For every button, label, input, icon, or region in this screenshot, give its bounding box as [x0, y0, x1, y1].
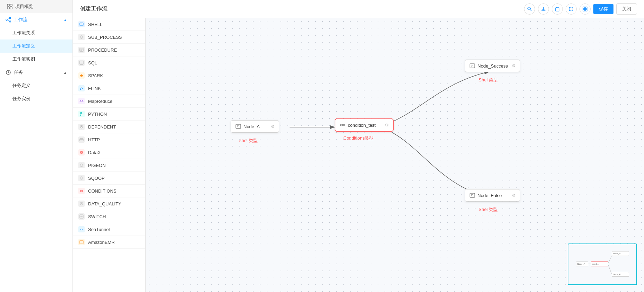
svg-rect-31 [80, 61, 83, 64]
svg-rect-21 [585, 7, 587, 9]
mapreduce-task-icon [78, 98, 85, 104]
dependent-label: DEPENDENT [88, 124, 116, 130]
save-button[interactable]: 保存 [593, 4, 613, 14]
toolbar: 创建工作流 保存 关闭 [73, 0, 644, 18]
tasks-collapse-icon: ▲ [63, 71, 67, 74]
task-type-procedure[interactable]: PROCEDURE [73, 44, 145, 56]
sidebar-item-task-instances[interactable]: 任务实例 [0, 92, 72, 105]
http-label: HTTP [88, 137, 100, 142]
svg-line-11 [8, 72, 9, 73]
layout-button[interactable] [579, 3, 591, 15]
task-type-flink[interactable]: FLINK [73, 82, 145, 95]
svg-point-6 [9, 21, 11, 22]
minimap-node-false: Node_F.. [612, 272, 629, 277]
minimap-node-success: Node_S.. [612, 251, 629, 256]
workflow-canvas[interactable]: Node_A ⚙ shell类型 condition_test ⚙ Condit… [146, 18, 644, 292]
node-false[interactable]: Node_False ⚙ [465, 189, 520, 202]
sidebar-section-tasks[interactable]: 任务 ▲ [0, 66, 72, 79]
svg-rect-24 [80, 23, 83, 26]
sqoop-task-icon [78, 175, 85, 181]
task-definitions-label: 任务定义 [12, 82, 31, 89]
svg-line-13 [530, 9, 532, 11]
python-task-icon [78, 111, 85, 117]
task-type-shell[interactable]: SHELL [73, 18, 145, 31]
minimap-content: Node_A cond... Node_S.. Node_F.. [568, 244, 636, 284]
svg-rect-3 [10, 7, 12, 9]
shell-label: SHELL [88, 22, 102, 27]
task-type-sub-process[interactable]: SUB_PROCESS [73, 31, 145, 44]
condition-test-label: condition_test [348, 123, 383, 128]
page-title: 创建工作流 [80, 5, 108, 12]
sidebar-item-overview[interactable]: 项目概览 [0, 0, 72, 13]
condition-test-gear[interactable]: ⚙ [385, 123, 389, 127]
sidebar-item-workflow-definitions[interactable]: 工作流定义 [0, 39, 72, 53]
minimap-node-condition: cond... [591, 262, 608, 266]
task-type-data-quality[interactable]: DATA_QUALITY [73, 197, 145, 210]
task-type-seatunnel[interactable]: SeaTunnel [73, 223, 145, 236]
spark-label: SPARK [88, 73, 103, 78]
sidebar-item-task-definitions[interactable]: 任务定义 [0, 79, 72, 92]
toolbar-actions: 保存 关闭 [524, 3, 637, 15]
task-instances-label: 任务实例 [12, 96, 31, 102]
svg-text:X: X [81, 152, 82, 154]
svg-rect-59 [236, 124, 241, 129]
workflow-definitions-label: 工作流定义 [12, 43, 35, 49]
task-type-python[interactable]: PYTHON [73, 108, 145, 121]
task-type-sqoop[interactable]: SQOOP [73, 172, 145, 185]
procedure-task-icon [78, 47, 85, 53]
svg-rect-16 [556, 8, 559, 11]
search-button[interactable] [524, 3, 535, 15]
tasks-section-icon [6, 70, 11, 75]
datax-label: DataX [88, 150, 101, 155]
task-type-dependent[interactable]: DEPENDENT [73, 121, 145, 133]
procedure-label: PROCEDURE [88, 47, 117, 53]
node-a-icon [235, 123, 241, 130]
subprocess-label: SUB_PROCESS [88, 35, 122, 40]
svg-point-35 [80, 100, 81, 102]
node-success-gear[interactable]: ⚙ [512, 63, 516, 68]
svg-line-7 [7, 18, 9, 19]
node-success-label: Node_Success [478, 63, 510, 69]
workflow-section-icon [6, 17, 11, 23]
svg-line-74 [608, 265, 612, 274]
task-type-datax[interactable]: X DataX [73, 146, 145, 159]
sidebar-section-workflow[interactable]: 工作流 ▲ [0, 13, 72, 26]
subprocess-task-icon [78, 34, 85, 40]
tasks-section-label: 任务 [14, 69, 23, 76]
task-type-spark[interactable]: SPARK [73, 69, 145, 82]
delete-button[interactable] [552, 3, 563, 15]
task-type-sql[interactable]: SQL [73, 56, 145, 69]
node-false-gear[interactable]: ⚙ [512, 193, 516, 198]
sidebar: 项目概览 工作流 ▲ 工作流关系 工作流定义 工作流实例 任务 ▲ 任务定义 任… [0, 0, 73, 292]
sidebar-item-workflow-relations[interactable]: 工作流关系 [0, 26, 72, 39]
task-type-switch[interactable]: SWITCH [73, 210, 145, 223]
node-a-gear[interactable]: ⚙ [271, 124, 275, 129]
minimap[interactable]: Node_A cond... Node_S.. Node_F.. [568, 244, 637, 285]
http-task-icon [78, 136, 85, 143]
svg-marker-34 [80, 74, 83, 77]
svg-rect-28 [80, 48, 83, 52]
node-success[interactable]: Node_Success ⚙ [465, 60, 520, 72]
download-button[interactable] [538, 3, 549, 15]
node-node-a[interactable]: Node_A ⚙ [231, 120, 279, 133]
svg-point-62 [341, 124, 342, 126]
flink-task-icon [78, 85, 85, 91]
workflow-instances-label: 工作流实例 [12, 56, 35, 62]
svg-point-45 [80, 164, 83, 167]
expand-button[interactable] [566, 3, 577, 15]
svg-point-63 [343, 124, 345, 126]
task-type-http[interactable]: HTTP [73, 133, 145, 146]
task-type-conditions[interactable]: CONDITIONS [73, 185, 145, 197]
task-type-mapreduce[interactable]: MapReduce [73, 95, 145, 108]
sidebar-item-workflow-instances[interactable]: 工作流实例 [0, 53, 72, 66]
canvas-wrap: SHELL SUB_PROCESS PROCEDURE [73, 18, 644, 292]
sql-label: SQL [88, 60, 97, 65]
task-type-pigeon[interactable]: PIGEON [73, 159, 145, 172]
task-type-list: SHELL SUB_PROCESS PROCEDURE [73, 18, 146, 292]
close-button[interactable]: 关闭 [616, 3, 637, 15]
svg-line-73 [608, 256, 612, 263]
node-condition-test[interactable]: condition_test ⚙ [335, 118, 394, 132]
task-type-amazonemr[interactable]: AmazonEMR [73, 236, 145, 249]
svg-point-48 [80, 191, 81, 192]
svg-rect-69 [470, 193, 475, 197]
